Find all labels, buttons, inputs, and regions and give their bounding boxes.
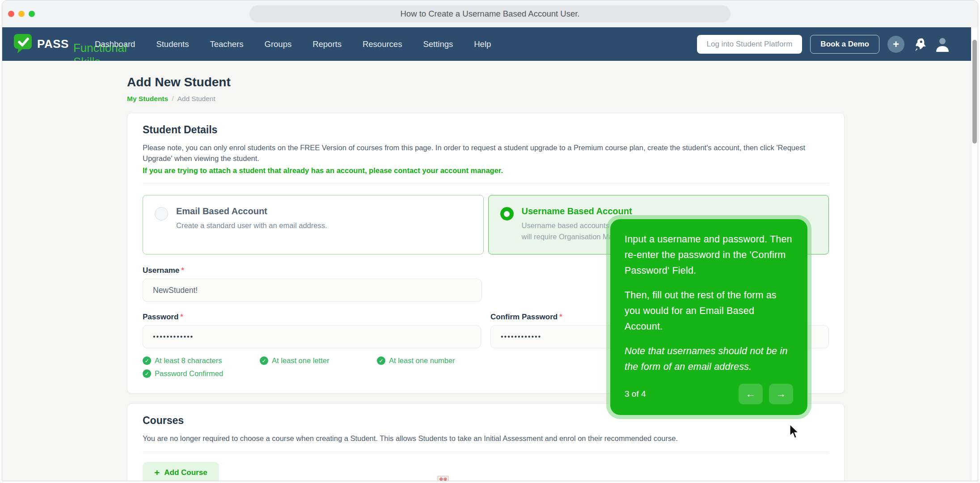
courses-heading: Courses: [143, 415, 829, 427]
courses-card: Courses You are no longer required to ch…: [127, 403, 845, 481]
check-icon: ✓: [260, 356, 268, 365]
divider: [143, 183, 829, 183]
broken-image-artifact: ⊕⊗: [438, 476, 448, 481]
tooltip-next-button[interactable]: →: [769, 384, 793, 404]
breadcrumb-my-students[interactable]: My Students: [127, 95, 168, 103]
browser-window: How to Create a Username Based Account U…: [2, 0, 978, 481]
email-based-account-option[interactable]: Email Based Account Create a standard us…: [143, 195, 484, 254]
required-asterisk: *: [180, 313, 183, 321]
username-input[interactable]: [143, 279, 482, 302]
traffic-lights: [8, 0, 35, 27]
check-icon: ✓: [143, 369, 151, 378]
divider: [143, 452, 829, 452]
student-details-heading: Student Details: [143, 124, 829, 136]
close-window-button[interactable]: [8, 11, 14, 17]
nav-item-settings[interactable]: Settings: [423, 39, 453, 49]
zoom-window-button[interactable]: [29, 11, 35, 17]
scrollbar-thumb[interactable]: [972, 40, 977, 144]
scrollbar-track[interactable]: [971, 27, 978, 481]
user-account-icon[interactable]: [935, 36, 950, 52]
nav-item-reports[interactable]: Reports: [313, 39, 342, 49]
required-asterisk: *: [559, 313, 562, 321]
validation-confirmed: ✓ Password Confirmed: [143, 369, 260, 378]
window-title-pill: How to Create a Username Based Account U…: [249, 5, 731, 22]
navbar-actions: Log into Student Platform Book a Demo +: [697, 35, 950, 54]
quick-add-button[interactable]: +: [887, 36, 904, 53]
nav-item-students[interactable]: Students: [156, 39, 189, 49]
add-course-button[interactable]: + Add Course: [143, 462, 219, 481]
tooltip-pagination: 3 of 4: [625, 389, 646, 399]
window-title: How to Create a Username Based Account U…: [400, 9, 579, 19]
student-details-note: Please note, you can only enrol students…: [143, 142, 809, 164]
breadcrumb-current: Add Student: [177, 95, 215, 103]
tooltip-paragraph-1: Input a username and password. Then re-e…: [625, 232, 793, 279]
student-details-warning: If you are trying to attach a student th…: [143, 166, 829, 175]
courses-note: You are no longer required to choose a c…: [143, 433, 809, 444]
nav-item-dashboard[interactable]: Dashboard: [95, 39, 135, 49]
nav-item-teachers[interactable]: Teachers: [210, 39, 243, 49]
password-input[interactable]: [143, 325, 481, 348]
username-account-radio[interactable]: [500, 207, 514, 220]
minimize-window-button[interactable]: [18, 11, 25, 17]
plus-icon: +: [893, 38, 899, 51]
page-title: Add New Student: [127, 75, 845, 89]
check-icon: ✓: [377, 356, 385, 365]
validation-letter: ✓ At least one letter: [260, 356, 377, 365]
username-option-title: Username Based Account: [522, 206, 732, 216]
tooltip-footer: 3 of 4 ← →: [625, 384, 793, 404]
book-a-demo-button[interactable]: Book a Demo: [810, 35, 879, 54]
email-option-description: Create a standard user with an email add…: [176, 220, 327, 231]
validation-length: ✓ At least 8 characters: [143, 356, 260, 365]
password-label: Password*: [143, 313, 481, 322]
tooltip-paragraph-2: Then, fill out the rest of the form as y…: [625, 288, 793, 335]
validation-number: ✓ At least one number: [377, 356, 494, 365]
breadcrumb-separator: /: [172, 95, 173, 103]
email-option-title: Email Based Account: [176, 206, 327, 216]
pass-logo[interactable]: PASS Functional Skills: [14, 33, 80, 55]
tour-tooltip: Input a username and password. Then re-e…: [610, 219, 807, 415]
top-navbar: PASS Functional Skills Dashboard Student…: [2, 27, 978, 61]
plus-icon: +: [154, 467, 160, 478]
nav-item-help[interactable]: Help: [474, 39, 491, 49]
tooltip-prev-button[interactable]: ←: [739, 384, 763, 404]
username-label: Username*: [143, 266, 482, 275]
main-nav: Dashboard Students Teachers Groups Repor…: [95, 39, 491, 49]
pass-logo-icon: [14, 33, 33, 55]
nav-item-groups[interactable]: Groups: [265, 39, 292, 49]
email-account-radio[interactable]: [155, 207, 168, 220]
check-icon: ✓: [143, 356, 151, 365]
required-asterisk: *: [181, 266, 184, 275]
brand-functional-skills: Functional Skills: [73, 41, 80, 47]
brand-pass: PASS: [37, 37, 69, 51]
login-student-platform-button[interactable]: Log into Student Platform: [697, 35, 803, 54]
window-titlebar: How to Create a Username Based Account U…: [2, 0, 978, 27]
rocket-icon[interactable]: [912, 37, 927, 51]
arrow-left-icon: ←: [746, 388, 756, 400]
nav-item-resources[interactable]: Resources: [363, 39, 402, 49]
mouse-cursor: [788, 424, 801, 441]
tooltip-paragraph-3: Note that usernames should not be in the…: [625, 343, 793, 375]
arrow-right-icon: →: [776, 388, 786, 400]
page-content: Add New Student My Students / Add Studen…: [2, 61, 978, 481]
breadcrumb: My Students / Add Student: [127, 95, 845, 103]
